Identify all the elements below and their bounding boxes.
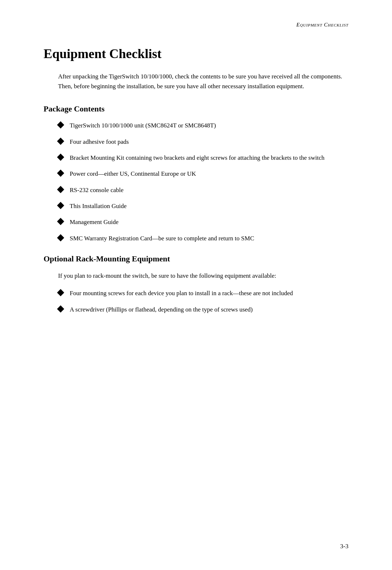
optional-rack-intro: If you plan to rack-mount the switch, be… <box>58 271 348 281</box>
list-item: Power cord—either US, Continental Europe… <box>58 169 348 179</box>
chapter-header: Equipment Checklist <box>44 22 348 28</box>
list-item: Management Guide <box>58 217 348 227</box>
bullet-icon <box>57 234 64 241</box>
list-item: Four adhesive foot pads <box>58 137 348 147</box>
list-item: RS-232 console cable <box>58 186 348 195</box>
bullet-icon <box>57 170 64 177</box>
bullet-icon <box>57 121 64 129</box>
package-contents-list: TigerSwitch 10/100/1000 unit (SMC8624T o… <box>58 121 348 243</box>
optional-rack-section: Optional Rack-Mounting Equipment If you … <box>44 254 348 314</box>
optional-rack-heading: Optional Rack-Mounting Equipment <box>44 254 348 264</box>
bullet-icon <box>57 218 64 225</box>
list-item: SMC Warranty Registration Card—be sure t… <box>58 234 348 243</box>
page: Equipment Checklist Equipment Checklist … <box>0 0 392 570</box>
list-item: Four mounting screws for each device you… <box>58 289 348 298</box>
list-item: TigerSwitch 10/100/1000 unit (SMC8624T o… <box>58 121 348 130</box>
bullet-icon <box>57 138 64 145</box>
bullet-icon <box>57 154 64 161</box>
bullet-icon <box>57 186 64 193</box>
list-item: This Installation Guide <box>58 201 348 211</box>
chapter-header-text: Equipment Checklist <box>296 22 348 28</box>
package-contents-heading: Package Contents <box>44 104 348 114</box>
list-item: Bracket Mounting Kit containing two brac… <box>58 153 348 163</box>
bullet-icon <box>57 305 64 313</box>
list-item: A screwdriver (Phillips or flathead, dep… <box>58 305 348 314</box>
intro-paragraph: After unpacking the TigerSwitch 10/100/1… <box>58 72 348 91</box>
bullet-icon <box>57 289 64 296</box>
optional-rack-list: Four mounting screws for each device you… <box>58 289 348 314</box>
page-title: Equipment Checklist <box>44 46 348 61</box>
page-number: 3-3 <box>340 543 348 550</box>
bullet-icon <box>57 202 64 209</box>
